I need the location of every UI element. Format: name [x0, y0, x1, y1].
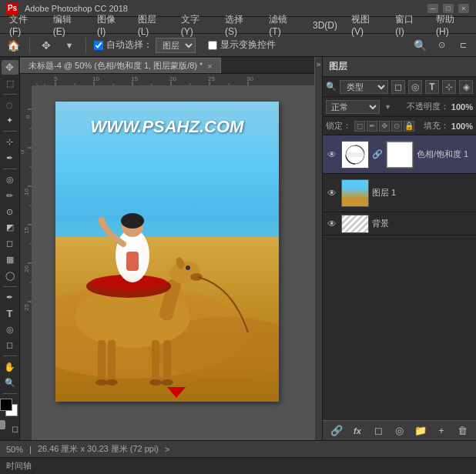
- menu-type[interactable]: 文字(Y): [175, 12, 217, 38]
- add-mask-btn[interactable]: ◻: [370, 423, 386, 439]
- layer-icon-adjust[interactable]: ◎: [408, 80, 422, 94]
- menu-edit[interactable]: 编辑(E): [47, 12, 89, 38]
- lock-fill-row: 锁定： ◻ ✒ ✥ ⊙ 🔒 填充： 100%: [323, 117, 476, 135]
- layer-item-bg[interactable]: 👁 背景: [323, 212, 476, 235]
- tab-close-button[interactable]: ×: [207, 62, 212, 71]
- svg-text:25: 25: [208, 75, 215, 82]
- panel-title: 图层: [329, 60, 347, 73]
- heal-tool[interactable]: ◎: [2, 172, 18, 187]
- arrange-icon[interactable]: ▼: [61, 37, 78, 54]
- history-brush[interactable]: ◩: [2, 220, 18, 235]
- menu-file[interactable]: 文件(F): [3, 12, 45, 38]
- menu-select[interactable]: 选择(S): [219, 12, 261, 38]
- menu-help[interactable]: 帮助(H): [430, 12, 473, 38]
- brush-tool[interactable]: ✏: [2, 189, 18, 203]
- add-group-btn[interactable]: 📁: [413, 423, 428, 439]
- h-ruler: 5 10 15 20 25 30: [32, 74, 314, 86]
- svg-rect-49: [108, 340, 116, 382]
- layer-eye-bg[interactable]: 👁: [326, 218, 338, 230]
- marquee-tool[interactable]: ⬚: [2, 76, 18, 91]
- new-layer-btn[interactable]: +: [434, 423, 449, 439]
- screen-mode-btn[interactable]: ◻: [7, 420, 21, 437]
- tool-separator-3: [3, 169, 17, 169]
- gradient-tool[interactable]: ▦: [2, 252, 18, 267]
- layer-eye-photo[interactable]: 👁: [326, 187, 338, 199]
- menu-window[interactable]: 窗口(I): [389, 12, 428, 38]
- link-layers-btn[interactable]: 🔗: [329, 423, 344, 439]
- workspace[interactable]: 5 10 15 20 25 30: [20, 74, 314, 440]
- options-right: 🔍 ⊙ ⊏: [411, 37, 471, 54]
- pen-tool[interactable]: ✒: [2, 290, 18, 305]
- svg-point-52: [161, 379, 173, 386]
- shape-tool[interactable]: ◻: [2, 338, 18, 352]
- lasso-tool[interactable]: ◌: [2, 98, 18, 112]
- layer-chain-adjustment[interactable]: 🔗: [372, 149, 383, 160]
- mask-mode-btn[interactable]: [0, 420, 5, 429]
- show-transform-checkbox[interactable]: [208, 41, 217, 50]
- share-icon[interactable]: ⊏: [454, 37, 471, 54]
- eyedrop-tool[interactable]: ✒: [2, 151, 18, 165]
- collapse-arrow[interactable]: »: [314, 57, 322, 440]
- blend-mode-select[interactable]: 正常: [326, 100, 380, 114]
- crop-tool[interactable]: ⊹: [2, 135, 18, 149]
- layer-name-bg: 背景: [372, 218, 473, 229]
- zoom-tool[interactable]: 🔍: [2, 376, 18, 390]
- svg-point-61: [121, 213, 144, 229]
- auto-select-dropdown[interactable]: 图层: [156, 38, 196, 53]
- zoom-icon[interactable]: ⊙: [433, 37, 450, 54]
- color-swatches[interactable]: [0, 399, 20, 416]
- move-tool[interactable]: ✥: [2, 60, 18, 75]
- lock-pixel-btn[interactable]: ✒: [367, 121, 377, 132]
- wand-tool[interactable]: ✦: [2, 113, 18, 128]
- lock-all-btn[interactable]: 🔒: [404, 121, 414, 132]
- fx-btn[interactable]: fx: [350, 423, 365, 439]
- auto-select-checkbox[interactable]: [94, 41, 103, 50]
- tool-separator-6: [3, 393, 17, 394]
- eraser-tool[interactable]: ◻: [2, 236, 18, 251]
- layer-item-photo[interactable]: 👁 图层 1: [323, 174, 476, 212]
- menu-layer[interactable]: 图层(L): [132, 12, 173, 38]
- home-icon[interactable]: 🏠: [5, 37, 22, 54]
- svg-text:15: 15: [23, 227, 30, 234]
- delete-layer-btn[interactable]: 🗑: [454, 423, 470, 439]
- v-ruler-svg: 0 5 10 15 20 25: [20, 86, 32, 440]
- layers-panel-inner: 图层 🔍 类型 ◻ ◎ T ⊹ ◈: [323, 57, 476, 440]
- fill-value: 100%: [451, 122, 473, 131]
- v-ruler: 0 5 10 15 20 25: [20, 86, 32, 440]
- layers-panel: 图层 🔍 类型 ◻ ◎ T ⊹ ◈: [322, 57, 476, 440]
- menu-filter[interactable]: 滤镜(T): [263, 12, 305, 38]
- svg-text:0: 0: [25, 115, 32, 118]
- svg-text:25: 25: [23, 304, 30, 311]
- clone-tool[interactable]: ⊙: [2, 205, 18, 219]
- lock-position-btn[interactable]: ✥: [379, 121, 390, 132]
- status-arrow[interactable]: >: [165, 445, 169, 454]
- tool-separator-4: [3, 286, 17, 287]
- layer-icon-pixel[interactable]: ◻: [391, 80, 405, 94]
- layer-type-filter[interactable]: 类型: [340, 80, 388, 94]
- image-canvas[interactable]: WWW.PSAHZ.COM: [55, 102, 279, 402]
- tool-separator-2: [3, 131, 17, 132]
- svg-text:15: 15: [131, 75, 138, 82]
- menu-view[interactable]: 视图(V): [345, 12, 387, 38]
- menu-3d[interactable]: 3D(D): [307, 18, 344, 32]
- layer-eye-adjustment[interactable]: 👁: [326, 149, 338, 161]
- lock-transparent-btn[interactable]: ◻: [354, 121, 365, 132]
- dodge-tool[interactable]: ◯: [2, 269, 18, 283]
- type-tool[interactable]: T: [2, 306, 18, 321]
- layer-item-adjustment[interactable]: 👁: [323, 135, 476, 174]
- add-adjustment-btn[interactable]: ◎: [391, 423, 407, 439]
- menu-image[interactable]: 图像(I): [91, 12, 130, 38]
- search-icon[interactable]: 🔍: [411, 37, 428, 54]
- red-arrow-indicator: [167, 387, 186, 398]
- document-tab[interactable]: 未标题-4 @ 50% (色相/饱和度 1, 图层蒙版/8) * ×: [20, 58, 221, 73]
- foreground-color-swatch[interactable]: [0, 399, 12, 411]
- blend-opacity-row: 正常 ▼ 不透明度： 100%: [323, 97, 476, 117]
- lock-artboard-btn[interactable]: ⊙: [391, 121, 402, 132]
- hand-tool[interactable]: ✋: [2, 359, 18, 374]
- status-bar: 50% | 26.46 厘米 x 30.23 厘米 (72 ppi) >: [0, 440, 476, 457]
- layer-icon-type[interactable]: T: [425, 80, 439, 94]
- path-select[interactable]: ◎: [2, 322, 18, 337]
- layer-icon-shape[interactable]: ⊹: [442, 80, 456, 94]
- move-tool-icon[interactable]: ✥: [38, 37, 55, 54]
- layer-icon-smart[interactable]: ◈: [459, 80, 473, 94]
